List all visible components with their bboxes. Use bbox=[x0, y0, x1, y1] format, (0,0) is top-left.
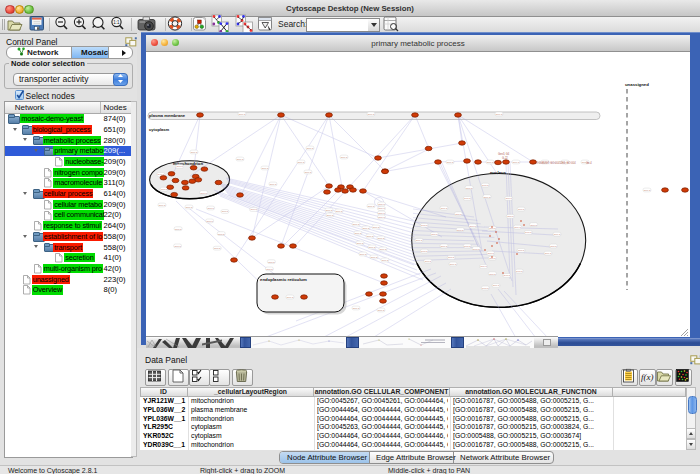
svg-text:Gen-a: Gen-a bbox=[505, 197, 512, 199]
svg-text:Gen-a: Gen-a bbox=[307, 147, 314, 149]
svg-text:Gen-a: Gen-a bbox=[373, 226, 380, 228]
svg-text:Gen-a: Gen-a bbox=[268, 261, 275, 263]
svg-text:Gen-a: Gen-a bbox=[416, 239, 423, 241]
svg-text:Gen-a: Gen-a bbox=[270, 183, 277, 185]
svg-text:Gen-a: Gen-a bbox=[448, 256, 455, 258]
svg-text:G-22: G-22 bbox=[502, 156, 508, 160]
svg-text:GO:0045267, GO:0045261, GO:004: GO:0045267, GO:0045261, GO:004 bbox=[534, 161, 576, 165]
svg-text:Gen-a: Gen-a bbox=[482, 184, 489, 186]
svg-text:Gen-a: Gen-a bbox=[250, 208, 257, 210]
svg-text:Ge-4: Ge-4 bbox=[586, 161, 592, 165]
svg-text:Gen-a: Gen-a bbox=[378, 309, 385, 311]
svg-text:Gen-a: Gen-a bbox=[378, 237, 385, 239]
svg-text:Gen-a: Gen-a bbox=[496, 113, 503, 115]
svg-text:Gen-a: Gen-a bbox=[507, 215, 514, 217]
svg-text:Gen-a: Gen-a bbox=[222, 210, 229, 212]
svg-text:endoplasmic reticulum: endoplasmic reticulum bbox=[260, 277, 307, 282]
svg-text:Gen-a: Gen-a bbox=[487, 161, 494, 163]
svg-text:nucleus: nucleus bbox=[490, 170, 507, 175]
svg-text:Gen-a: Gen-a bbox=[214, 247, 221, 249]
svg-text:Gen-a: Gen-a bbox=[382, 259, 389, 261]
svg-text:Gen-a: Gen-a bbox=[237, 158, 244, 160]
svg-text:cytoplasm: cytoplasm bbox=[149, 127, 170, 132]
svg-text:Gen-a: Gen-a bbox=[421, 250, 428, 252]
svg-text:Gen-a: Gen-a bbox=[441, 207, 448, 209]
svg-text:1:1: 1:1 bbox=[113, 20, 120, 25]
svg-text:Gen-a: Gen-a bbox=[447, 161, 454, 163]
svg-text:Gen-a: Gen-a bbox=[466, 187, 473, 189]
svg-text:Gen-a: Gen-a bbox=[530, 224, 537, 226]
svg-text:Gen-a: Gen-a bbox=[482, 287, 489, 289]
svg-text:Gen-a: Gen-a bbox=[355, 232, 362, 234]
svg-text:Gen-a: Gen-a bbox=[513, 161, 520, 163]
svg-text:Gen-a: Gen-a bbox=[287, 296, 294, 298]
svg-text:Gen-a: Gen-a bbox=[545, 252, 552, 254]
svg-text:Gen-a: Gen-a bbox=[186, 206, 193, 208]
svg-text:Gen-a: Gen-a bbox=[158, 173, 165, 175]
svg-text:Gen-a: Gen-a bbox=[262, 167, 269, 169]
svg-text:Gen-a: Gen-a bbox=[327, 214, 334, 216]
svg-text:Gen-a: Gen-a bbox=[489, 227, 496, 229]
svg-text:Gen-a: Gen-a bbox=[457, 229, 464, 231]
svg-text:Gen-a: Gen-a bbox=[175, 228, 182, 230]
svg-text:Gen-a: Gen-a bbox=[470, 225, 477, 227]
svg-text:Gen-a: Gen-a bbox=[484, 196, 491, 198]
svg-text:Gen-a: Gen-a bbox=[305, 171, 312, 173]
svg-text:Gen-a: Gen-a bbox=[464, 197, 471, 199]
svg-text:Gen-a: Gen-a bbox=[298, 161, 305, 163]
svg-text:Gen-a: Gen-a bbox=[489, 273, 496, 275]
svg-text:Gen-a: Gen-a bbox=[360, 253, 367, 255]
svg-text:Gen3, G4: Gen3, G4 bbox=[498, 152, 510, 156]
svg-text:Gen-a: Gen-a bbox=[504, 274, 511, 276]
svg-text:Gen-a: Gen-a bbox=[487, 252, 494, 254]
svg-text:Gen-a: Gen-a bbox=[363, 227, 370, 229]
svg-text:Gen-a: Gen-a bbox=[266, 268, 273, 270]
svg-text:Gen-a: Gen-a bbox=[450, 263, 457, 265]
svg-text:Gen-a: Gen-a bbox=[367, 235, 374, 237]
svg-text:Gen-a: Gen-a bbox=[644, 189, 651, 191]
svg-text:Gen-a: Gen-a bbox=[218, 233, 225, 235]
svg-text:Gen-a: Gen-a bbox=[368, 113, 375, 115]
svg-text:Gen-a: Gen-a bbox=[380, 248, 387, 250]
svg-text:Gen-a: Gen-a bbox=[336, 210, 343, 212]
svg-text:Gen-a: Gen-a bbox=[425, 260, 432, 262]
svg-text:Gen-a: Gen-a bbox=[368, 205, 375, 207]
svg-text:Gen-a: Gen-a bbox=[207, 220, 214, 222]
svg-text:Gen-a: Gen-a bbox=[159, 204, 166, 206]
svg-text:Gen-a: Gen-a bbox=[357, 242, 364, 244]
svg-text:Gen-a: Gen-a bbox=[518, 208, 525, 210]
svg-text:Gen-a: Gen-a bbox=[176, 165, 183, 167]
svg-text:Gen-a: Gen-a bbox=[353, 307, 360, 309]
svg-text:Gen-a: Gen-a bbox=[353, 223, 360, 225]
svg-text:Gen-a: Gen-a bbox=[207, 207, 214, 209]
svg-text:Gen-a: Gen-a bbox=[371, 256, 378, 258]
svg-text:f(x): f(x) bbox=[641, 372, 654, 382]
svg-text:Gen-a: Gen-a bbox=[480, 265, 487, 267]
svg-text:Gen-a: Gen-a bbox=[431, 233, 438, 235]
svg-text:Gen-a: Gen-a bbox=[201, 192, 208, 194]
svg-text:Gen-a: Gen-a bbox=[525, 231, 532, 233]
svg-text:Gen-a: Gen-a bbox=[341, 156, 348, 158]
svg-text:plasma membrane: plasma membrane bbox=[149, 113, 186, 118]
svg-text:Gen-a: Gen-a bbox=[239, 113, 246, 115]
svg-text:Gen-a: Gen-a bbox=[191, 151, 198, 153]
svg-text:unassigned: unassigned bbox=[625, 82, 649, 87]
svg-text:Gen-a: Gen-a bbox=[550, 245, 557, 247]
svg-text:Gen-a: Gen-a bbox=[516, 270, 523, 272]
svg-text:Gen-a: Gen-a bbox=[378, 203, 385, 205]
svg-text:Gen-a: Gen-a bbox=[378, 212, 385, 214]
svg-text:Gen-a: Gen-a bbox=[369, 246, 376, 248]
svg-text:Gen-a: Gen-a bbox=[441, 245, 448, 247]
svg-text:Gen-a: Gen-a bbox=[473, 248, 480, 250]
svg-text:Gen-a: Gen-a bbox=[489, 257, 496, 259]
svg-text:Gen-a: Gen-a bbox=[493, 284, 500, 286]
svg-text:Gen-a: Gen-a bbox=[421, 224, 428, 226]
svg-text:Gen-a: Gen-a bbox=[554, 233, 561, 235]
svg-text:Gen-a: Gen-a bbox=[514, 226, 521, 228]
svg-text:Gen-a: Gen-a bbox=[464, 245, 471, 247]
svg-text:Gen-a: Gen-a bbox=[518, 249, 525, 251]
svg-text:Gen-a: Gen-a bbox=[455, 213, 462, 215]
svg-text:Gen-a: Gen-a bbox=[174, 245, 181, 247]
svg-text:Gen-a: Gen-a bbox=[326, 209, 333, 211]
svg-text:Gen-a: Gen-a bbox=[378, 216, 385, 218]
